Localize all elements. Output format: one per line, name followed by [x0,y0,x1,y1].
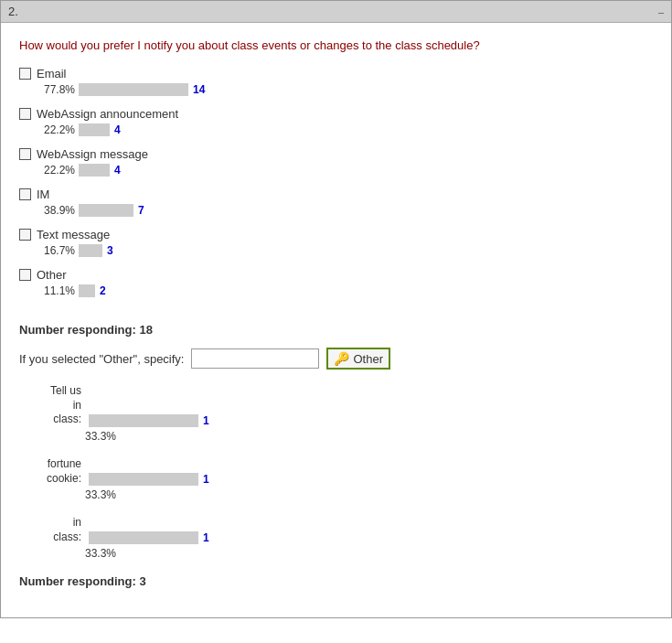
response-name-0: Tell usinclass: [27,384,81,427]
other-button-label: Other [353,352,383,366]
other-response-item-0: Tell usinclass: 1 33.3% [27,384,653,443]
option-bar-5 [79,284,95,297]
option-count-5: 2 [100,284,106,297]
number-responding-1: Number responding: 18 [19,323,653,337]
option-pct-4: 16.7% [37,244,75,257]
other-specify-row: If you selected "Other", specify: 🔑 Othe… [19,348,653,370]
option-checkbox-4[interactable] [19,229,31,241]
other-specify-input[interactable] [191,348,319,369]
question-text: How would you prefer I notify you about … [19,38,653,54]
option-pct-0: 77.8% [37,83,75,96]
option-count-0: 14 [193,83,205,96]
option-count-1: 4 [114,123,121,136]
option-bar-4 [79,244,102,257]
option-label-3: IM [37,188,49,201]
option-checkbox-1[interactable] [19,108,31,120]
options-list: Email 77.8% 14 WebAssign announcement 22… [19,67,653,297]
option-row-3: IM 38.9% 7 [19,188,653,217]
option-row-1: WebAssign announcement 22.2% 4 [19,107,653,136]
option-row-5: Other 11.1% 2 [19,268,653,297]
option-label-0: Email [37,67,67,80]
key-icon: 🔑 [334,351,349,366]
option-checkbox-0[interactable] [19,68,31,80]
option-row-0: Email 77.8% 14 [19,67,653,96]
option-checkbox-5[interactable] [19,269,31,281]
response-name-2: inclass: [27,516,81,544]
response-count-2: 1 [203,531,209,544]
response-pct-1: 33.3% [85,488,116,501]
other-specify-label: If you selected "Other", specify: [19,352,184,366]
option-count-4: 3 [107,244,113,257]
content-area: How would you prefer I notify you about … [1,23,671,617]
option-label-4: Text message [37,228,110,241]
minimize-button[interactable]: – [658,6,664,17]
option-row-4: Text message 16.7% 3 [19,228,653,257]
option-label-2: WebAssign message [37,147,148,161]
option-label-1: WebAssign announcement [37,107,178,121]
response-bar-1 [89,473,198,486]
option-pct-5: 11.1% [37,284,75,297]
option-bar-2 [79,164,110,177]
option-bar-0 [79,83,188,96]
other-responses: Tell usinclass: 1 33.3% fortunecookie: 1… [27,384,653,560]
other-button[interactable]: 🔑 Other [326,348,390,370]
option-pct-3: 38.9% [37,204,75,217]
option-bar-1 [79,123,110,136]
option-count-3: 7 [138,204,144,217]
option-checkbox-3[interactable] [19,188,31,200]
response-bar-2 [89,531,198,544]
other-response-item-2: inclass: 1 33.3% [27,516,653,560]
number-responding-2: Number responding: 3 [19,574,653,588]
response-count-0: 1 [203,414,209,427]
option-row-2: WebAssign message 22.2% 4 [19,147,653,177]
response-pct-0: 33.3% [85,430,116,443]
option-pct-1: 22.2% [37,123,75,136]
other-response-item-1: fortunecookie: 1 33.3% [27,457,653,501]
header-bar: 2. – [1,1,671,23]
option-count-2: 4 [114,164,121,177]
response-name-1: fortunecookie: [27,457,81,486]
option-bar-3 [79,204,133,217]
response-pct-2: 33.3% [85,547,116,560]
option-label-5: Other [37,268,67,282]
option-checkbox-2[interactable] [19,148,31,160]
response-bar-0 [89,414,198,427]
question-number: 2. [8,5,18,18]
response-count-1: 1 [203,473,209,486]
option-pct-2: 22.2% [37,164,75,177]
survey-container: 2. – How would you prefer I notify you a… [0,0,672,618]
